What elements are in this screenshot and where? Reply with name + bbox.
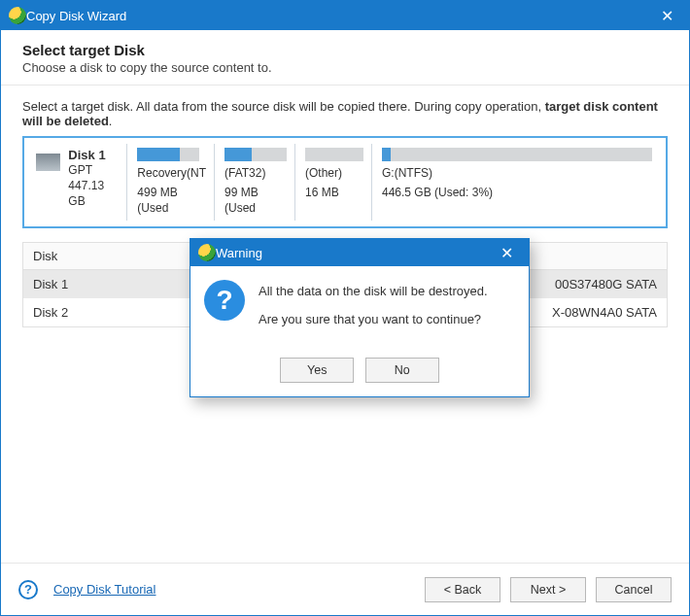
partition-fat-label: (FAT32) [224,165,287,181]
partition-recovery: Recovery(NT 499 MB (Used [131,144,215,221]
instruction-text: Select a target disk. All data from the … [22,99,668,128]
window-titlebar: Copy Disk Wizard ✕ [1,1,689,30]
warning-dialog: Warning ✕ ? All the data on the disk wil… [190,238,530,397]
step-header: Select target Disk Choose a disk to copy… [1,30,689,86]
no-button[interactable]: No [365,358,439,383]
step-title: Select target Disk [22,42,668,58]
dialog-close-button[interactable]: ✕ [492,244,521,262]
yes-button[interactable]: Yes [280,358,354,383]
window-title: Copy Disk Wizard [26,9,652,23]
disk-size: 447.13 GB [68,178,119,209]
question-icon: ? [204,280,245,321]
selected-disk-card[interactable]: Disk 1 GPT 447.13 GB Recovery(NT 499 MB … [22,136,668,228]
partition-other-size: 16 MB [305,185,363,200]
partition-g-size: 446.5 GB (Used: 3%) [382,185,652,200]
partition-g-ntfs: G:(NTFS) 446.5 GB (Used: 3%) [376,144,660,221]
help-icon[interactable]: ? [18,580,38,599]
partition-other-label: (Other) [305,165,363,181]
hdd-icon [36,154,60,171]
wizard-footer: ? Copy Disk Tutorial < Back Next > Cance… [1,563,689,615]
next-button[interactable]: Next > [510,577,586,602]
row-disk-name: Disk 2 [33,305,198,320]
instruction-post: . [109,114,113,128]
dialog-line1: All the data on the disk will be destroy… [259,284,488,298]
partition-recovery-size: 499 MB (Used [137,185,206,216]
partition-fat32: (FAT32) 99 MB (Used [219,144,295,221]
instruction-pre: Select a target disk. All data from the … [22,99,545,114]
help-link[interactable]: Copy Disk Tutorial [53,582,155,597]
partition-other: (Other) 16 MB [299,144,372,221]
disk-name: Disk 1 [68,148,119,162]
back-button[interactable]: < Back [425,577,500,602]
partition-g-label: G:(NTFS) [382,165,652,181]
dialog-line2: Are you sure that you want to continue? [259,312,488,326]
partition-fat-size: 99 MB (Used [224,185,287,216]
close-button[interactable]: ✕ [652,7,681,25]
disk-scheme: GPT [68,162,119,178]
cancel-button[interactable]: Cancel [596,577,672,602]
dialog-titlebar: Warning ✕ [190,239,529,266]
row-disk-name: Disk 1 [33,277,198,291]
partition-recovery-label: Recovery(NT [137,165,206,181]
dialog-title: Warning [216,246,492,260]
app-icon [9,7,26,24]
step-subtitle: Choose a disk to copy the source content… [22,60,668,75]
app-icon [198,244,216,261]
disk-info-pane: Disk 1 GPT 447.13 GB [30,144,127,221]
